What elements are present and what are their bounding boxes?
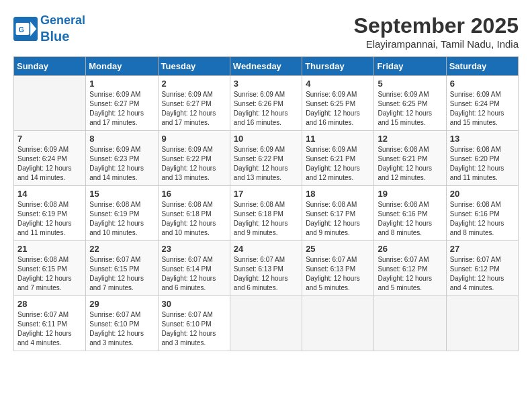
day-info: Sunrise: 6:07 AM Sunset: 6:12 PM Dayligh… bbox=[450, 255, 515, 293]
sunset: Sunset: 6:10 PM bbox=[89, 320, 139, 328]
sunrise: Sunrise: 6:09 AM bbox=[162, 146, 213, 153]
sunrise: Sunrise: 6:07 AM bbox=[162, 256, 213, 263]
sunrise: Sunrise: 6:07 AM bbox=[17, 311, 69, 318]
day-number: 9 bbox=[162, 134, 226, 144]
logo-text: General Blue bbox=[40, 13, 85, 44]
daylight: Daylight: 12 hours and 17 minutes. bbox=[89, 109, 144, 126]
calendar-cell: 2 Sunrise: 6:09 AM Sunset: 6:27 PM Dayli… bbox=[158, 76, 230, 131]
day-number: 29 bbox=[89, 299, 154, 309]
calendar-cell: 18 Sunrise: 6:08 AM Sunset: 6:17 PM Dayl… bbox=[302, 186, 374, 241]
day-number: 22 bbox=[89, 244, 154, 254]
calendar-cell bbox=[230, 296, 302, 351]
sunset: Sunset: 6:19 PM bbox=[89, 210, 139, 218]
day-number: 4 bbox=[306, 79, 370, 89]
day-number: 17 bbox=[234, 189, 298, 199]
sunrise: Sunrise: 6:08 AM bbox=[378, 146, 429, 153]
day-number: 21 bbox=[17, 244, 82, 254]
calendar-cell bbox=[302, 296, 374, 351]
sunset: Sunset: 6:24 PM bbox=[450, 100, 500, 107]
sunrise: Sunrise: 6:08 AM bbox=[450, 146, 501, 153]
calendar-cell: 4 Sunrise: 6:09 AM Sunset: 6:25 PM Dayli… bbox=[302, 76, 374, 131]
sunrise: Sunrise: 6:09 AM bbox=[89, 146, 140, 153]
daylight: Daylight: 12 hours and 11 minutes. bbox=[450, 165, 504, 181]
day-info: Sunrise: 6:09 AM Sunset: 6:22 PM Dayligh… bbox=[162, 145, 226, 183]
sunrise: Sunrise: 6:09 AM bbox=[162, 91, 213, 98]
day-info: Sunrise: 6:08 AM Sunset: 6:17 PM Dayligh… bbox=[306, 200, 370, 238]
sunset: Sunset: 6:20 PM bbox=[450, 155, 500, 163]
calendar-cell: 16 Sunrise: 6:08 AM Sunset: 6:18 PM Dayl… bbox=[158, 186, 230, 241]
calendar-cell: 8 Sunrise: 6:09 AM Sunset: 6:23 PM Dayli… bbox=[86, 131, 158, 186]
daylight: Daylight: 12 hours and 17 minutes. bbox=[162, 109, 216, 126]
sunrise: Sunrise: 6:08 AM bbox=[378, 201, 429, 208]
sunset: Sunset: 6:18 PM bbox=[234, 210, 283, 218]
sunrise: Sunrise: 6:07 AM bbox=[378, 256, 429, 263]
day-number: 19 bbox=[378, 189, 442, 199]
day-number: 18 bbox=[306, 189, 370, 199]
column-header-tuesday: Tuesday bbox=[158, 57, 230, 76]
sunset: Sunset: 6:14 PM bbox=[162, 265, 212, 273]
sunrise: Sunrise: 6:09 AM bbox=[17, 146, 69, 153]
column-header-friday: Friday bbox=[374, 57, 446, 76]
daylight: Daylight: 12 hours and 12 minutes. bbox=[306, 165, 360, 181]
daylight: Daylight: 12 hours and 11 minutes. bbox=[17, 220, 72, 236]
day-number: 2 bbox=[162, 79, 226, 89]
sunset: Sunset: 6:22 PM bbox=[234, 155, 283, 163]
daylight: Daylight: 12 hours and 10 minutes. bbox=[89, 220, 144, 236]
svg-text:G: G bbox=[19, 26, 24, 34]
day-info: Sunrise: 6:08 AM Sunset: 6:21 PM Dayligh… bbox=[378, 145, 442, 183]
sunrise: Sunrise: 6:09 AM bbox=[89, 91, 140, 98]
day-info: Sunrise: 6:08 AM Sunset: 6:16 PM Dayligh… bbox=[378, 200, 442, 238]
day-info: Sunrise: 6:09 AM Sunset: 6:24 PM Dayligh… bbox=[17, 145, 82, 183]
column-header-thursday: Thursday bbox=[302, 57, 374, 76]
calendar-cell: 19 Sunrise: 6:08 AM Sunset: 6:16 PM Dayl… bbox=[374, 186, 446, 241]
sunset: Sunset: 6:16 PM bbox=[378, 210, 427, 218]
calendar-cell bbox=[14, 76, 86, 131]
daylight: Daylight: 12 hours and 5 minutes. bbox=[306, 275, 360, 291]
sunset: Sunset: 6:22 PM bbox=[162, 155, 212, 163]
column-header-saturday: Saturday bbox=[446, 57, 518, 76]
calendar-cell: 29 Sunrise: 6:07 AM Sunset: 6:10 PM Dayl… bbox=[86, 296, 158, 351]
sunset: Sunset: 6:10 PM bbox=[162, 320, 212, 328]
sunrise: Sunrise: 6:09 AM bbox=[450, 91, 501, 98]
calendar-cell: 25 Sunrise: 6:07 AM Sunset: 6:13 PM Dayl… bbox=[302, 241, 374, 296]
calendar-cell: 27 Sunrise: 6:07 AM Sunset: 6:12 PM Dayl… bbox=[446, 241, 518, 296]
daylight: Daylight: 12 hours and 5 minutes. bbox=[378, 275, 432, 291]
sunrise: Sunrise: 6:08 AM bbox=[17, 256, 69, 263]
daylight: Daylight: 12 hours and 4 minutes. bbox=[17, 330, 72, 347]
daylight: Daylight: 12 hours and 8 minutes. bbox=[378, 220, 432, 236]
sunrise: Sunrise: 6:07 AM bbox=[306, 256, 357, 263]
calendar-cell: 15 Sunrise: 6:08 AM Sunset: 6:19 PM Dayl… bbox=[86, 186, 158, 241]
day-info: Sunrise: 6:08 AM Sunset: 6:18 PM Dayligh… bbox=[234, 200, 298, 238]
logo-line2: Blue bbox=[40, 29, 69, 44]
day-number: 25 bbox=[306, 244, 370, 254]
calendar-week-5: 28 Sunrise: 6:07 AM Sunset: 6:11 PM Dayl… bbox=[14, 296, 519, 351]
daylight: Daylight: 12 hours and 15 minutes. bbox=[450, 109, 504, 126]
day-number: 8 bbox=[89, 134, 154, 144]
calendar-week-2: 7 Sunrise: 6:09 AM Sunset: 6:24 PM Dayli… bbox=[14, 131, 519, 186]
calendar-cell: 22 Sunrise: 6:07 AM Sunset: 6:15 PM Dayl… bbox=[86, 241, 158, 296]
day-number: 11 bbox=[306, 134, 370, 144]
sunset: Sunset: 6:18 PM bbox=[162, 210, 212, 218]
day-info: Sunrise: 6:07 AM Sunset: 6:14 PM Dayligh… bbox=[162, 255, 226, 293]
calendar-cell: 17 Sunrise: 6:08 AM Sunset: 6:18 PM Dayl… bbox=[230, 186, 302, 241]
day-info: Sunrise: 6:09 AM Sunset: 6:27 PM Dayligh… bbox=[89, 90, 154, 128]
sunset: Sunset: 6:24 PM bbox=[17, 155, 67, 163]
calendar-cell: 30 Sunrise: 6:07 AM Sunset: 6:10 PM Dayl… bbox=[158, 296, 230, 351]
calendar-cell: 23 Sunrise: 6:07 AM Sunset: 6:14 PM Dayl… bbox=[158, 241, 230, 296]
logo: G General Blue bbox=[13, 13, 85, 44]
daylight: Daylight: 12 hours and 8 minutes. bbox=[450, 220, 504, 236]
day-number: 23 bbox=[162, 244, 226, 254]
day-number: 10 bbox=[234, 134, 298, 144]
day-info: Sunrise: 6:09 AM Sunset: 6:23 PM Dayligh… bbox=[89, 145, 154, 183]
day-info: Sunrise: 6:08 AM Sunset: 6:19 PM Dayligh… bbox=[89, 200, 154, 238]
sunset: Sunset: 6:23 PM bbox=[89, 155, 139, 163]
sunrise: Sunrise: 6:07 AM bbox=[162, 311, 213, 318]
day-info: Sunrise: 6:09 AM Sunset: 6:25 PM Dayligh… bbox=[306, 90, 370, 128]
sunset: Sunset: 6:11 PM bbox=[17, 320, 67, 328]
day-number: 20 bbox=[450, 189, 515, 199]
daylight: Daylight: 12 hours and 3 minutes. bbox=[89, 330, 144, 347]
sunrise: Sunrise: 6:08 AM bbox=[234, 201, 285, 208]
daylight: Daylight: 12 hours and 6 minutes. bbox=[234, 275, 288, 291]
daylight: Daylight: 12 hours and 6 minutes. bbox=[162, 275, 216, 291]
day-number: 1 bbox=[89, 79, 154, 89]
